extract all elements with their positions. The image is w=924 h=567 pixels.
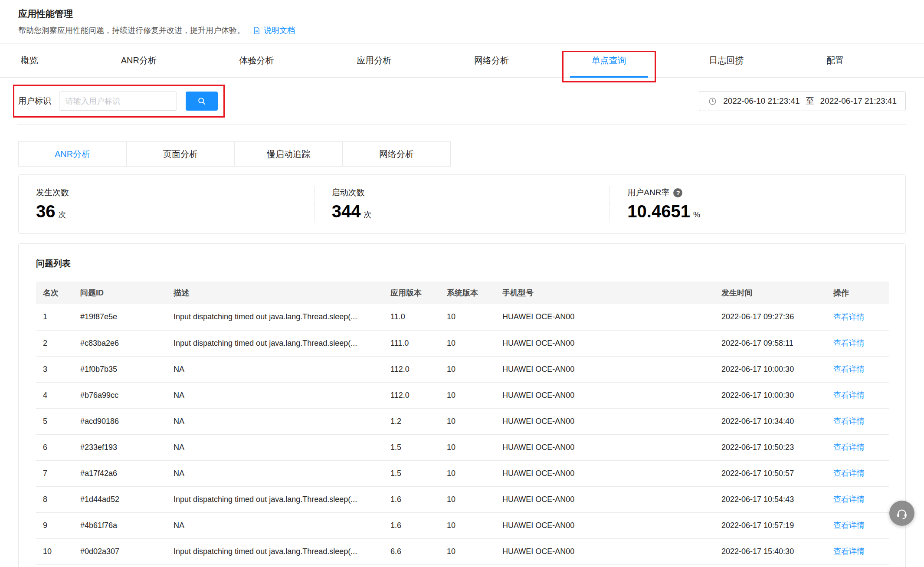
sub-tab-label: 页面分析 bbox=[163, 148, 198, 160]
user-id-label: 用户标识 bbox=[18, 95, 51, 107]
date-start: 2022-06-10 21:23:41 bbox=[723, 96, 799, 106]
view-details-link[interactable]: 查看详情 bbox=[833, 365, 865, 374]
cell-rank: 3 bbox=[36, 356, 73, 382]
sub-tab[interactable]: 慢启动追踪 bbox=[234, 141, 343, 167]
stat: 发生次数 36次 bbox=[19, 186, 314, 222]
main-tab-label: 应用分析 bbox=[357, 55, 391, 66]
cell-rank: 8 bbox=[36, 486, 73, 512]
column-header: 手机型号 bbox=[495, 282, 714, 304]
cell-action: 查看详情 bbox=[826, 486, 889, 512]
sub-tabs: ANR分析 页面分析 慢启动追踪 网络分析 bbox=[18, 141, 451, 167]
search-button[interactable] bbox=[186, 92, 218, 111]
view-details-link[interactable]: 查看详情 bbox=[833, 495, 865, 504]
cell-description: Input dispatching timed out java.lang.Th… bbox=[167, 538, 383, 564]
filter-row: 用户标识 2022-06-10 21:23:41 至 2022-06-17 21… bbox=[0, 78, 924, 125]
table-row: 1 #19f87e5e Input dispatching timed out … bbox=[36, 304, 889, 330]
table-row: 6 #233ef193 NA 1.5 10 HUAWEI OCE-AN00 20… bbox=[36, 434, 889, 460]
cell-app-version: 1.5 bbox=[383, 434, 440, 460]
cell-phone-model: HUAWEI OCE-AN00 bbox=[495, 538, 714, 564]
cell-action: 查看详情 bbox=[826, 304, 889, 330]
view-details-link[interactable]: 查看详情 bbox=[833, 469, 865, 478]
cell-phone-model: HUAWEI OCE-AN00 bbox=[495, 434, 714, 460]
cell-action: 查看详情 bbox=[826, 538, 889, 564]
sub-tab[interactable]: 页面分析 bbox=[126, 141, 235, 167]
cell-rank: 5 bbox=[36, 408, 73, 434]
cell-action: 查看详情 bbox=[826, 512, 889, 538]
cell-description: NA bbox=[167, 434, 383, 460]
main-tab[interactable]: 体验分析 bbox=[239, 44, 274, 77]
stat-label-row: 启动次数 bbox=[332, 187, 593, 198]
main-tab[interactable]: 概览 bbox=[21, 44, 38, 77]
stat-number: 10.4651 bbox=[627, 202, 690, 221]
column-header: 描述 bbox=[167, 282, 383, 304]
view-details-link[interactable]: 查看详情 bbox=[833, 521, 865, 530]
user-id-search-group: 用户标识 bbox=[18, 92, 218, 111]
main-tab[interactable]: 网络分析 bbox=[474, 44, 509, 77]
cell-description: Input dispatching timed out java.lang.Th… bbox=[167, 486, 383, 512]
cell-phone-model: HUAWEI OCE-AN00 bbox=[495, 512, 714, 538]
view-details-link[interactable]: 查看详情 bbox=[833, 391, 865, 400]
clock-icon bbox=[708, 97, 717, 106]
main-tab[interactable]: ANR分析 bbox=[121, 44, 157, 77]
headset-icon bbox=[895, 507, 908, 520]
cell-issue-id: #0d02a307 bbox=[73, 538, 167, 564]
column-header: 名次 bbox=[36, 282, 73, 304]
main-content: ANR分析 页面分析 慢启动追踪 网络分析 发生次数 36次 bbox=[0, 125, 924, 567]
main-tab[interactable]: 日志回捞 bbox=[709, 44, 744, 77]
page-subtitle: 帮助您洞察应用性能问题，持续进行修复并改进，提升用户体验。 bbox=[18, 25, 245, 36]
view-details-link[interactable]: 查看详情 bbox=[833, 339, 865, 347]
view-details-link[interactable]: 查看详情 bbox=[833, 443, 865, 452]
cell-occur-time: 2022-06-17 10:00:30 bbox=[714, 382, 826, 408]
page-subtitle-row: 帮助您洞察应用性能问题，持续进行修复并改进，提升用户体验。 说明文档 bbox=[18, 25, 906, 43]
stat-value: 10.4651% bbox=[627, 202, 888, 221]
stat-value: 344次 bbox=[332, 202, 593, 221]
cell-action: 查看详情 bbox=[826, 460, 889, 486]
column-header: 操作 bbox=[826, 282, 889, 304]
cell-occur-time: 2022-06-17 09:58:11 bbox=[714, 330, 826, 356]
cell-os-version: 10 bbox=[440, 512, 495, 538]
cell-app-version: 1.2 bbox=[383, 408, 440, 434]
cell-occur-time: 2022-06-17 10:57:19 bbox=[714, 512, 826, 538]
view-details-link[interactable]: 查看详情 bbox=[833, 417, 865, 426]
stats-card: 发生次数 36次 启动次数 344次 用 bbox=[18, 174, 906, 234]
cell-issue-id: #c83ba2e6 bbox=[73, 330, 167, 356]
cell-action: 查看详情 bbox=[826, 408, 889, 434]
main-tab[interactable]: 单点查询 bbox=[592, 44, 626, 77]
date-separator: 至 bbox=[806, 95, 814, 107]
cell-rank: 9 bbox=[36, 512, 73, 538]
view-details-link[interactable]: 查看详情 bbox=[833, 313, 865, 321]
cell-rank: 6 bbox=[36, 434, 73, 460]
doc-link[interactable]: 说明文档 bbox=[252, 25, 295, 36]
table-header-row: 名次问题ID描述应用版本系统版本手机型号发生时间操作 bbox=[36, 282, 889, 304]
view-details-link[interactable]: 查看详情 bbox=[833, 547, 865, 556]
stat-label: 启动次数 bbox=[332, 187, 365, 198]
date-range-picker[interactable]: 2022-06-10 21:23:41 至 2022-06-17 21:23:4… bbox=[699, 91, 906, 111]
support-button[interactable] bbox=[889, 501, 914, 526]
main-tab-label: ANR分析 bbox=[121, 55, 157, 66]
document-icon bbox=[252, 26, 261, 35]
table-row: 3 #1f0b7b35 NA 112.0 10 HUAWEI OCE-AN00 … bbox=[36, 356, 889, 382]
main-tab[interactable]: 应用分析 bbox=[357, 44, 391, 77]
table-row: 10 #0d02a307 Input dispatching timed out… bbox=[36, 538, 889, 564]
main-tab[interactable]: 配置 bbox=[826, 44, 844, 77]
column-header: 发生时间 bbox=[714, 282, 826, 304]
cell-app-version: 112.0 bbox=[383, 356, 440, 382]
table-row: 8 #1d44ad52 Input dispatching timed out … bbox=[36, 486, 889, 512]
help-icon[interactable]: ? bbox=[673, 188, 682, 197]
table-row: 5 #acd90186 NA 1.2 10 HUAWEI OCE-AN00 20… bbox=[36, 408, 889, 434]
user-id-input[interactable] bbox=[59, 92, 177, 111]
main-tab-label: 概览 bbox=[21, 55, 38, 66]
sub-tab[interactable]: 网络分析 bbox=[342, 141, 451, 167]
table-row: 7 #a17f42a6 NA 1.5 10 HUAWEI OCE-AN00 20… bbox=[36, 460, 889, 486]
cell-description: NA bbox=[167, 382, 383, 408]
cell-occur-time: 2022-06-17 10:34:40 bbox=[714, 408, 826, 434]
stat: 启动次数 344次 bbox=[314, 186, 610, 222]
cell-issue-id: #b76a99cc bbox=[73, 382, 167, 408]
cell-issue-id: #acd90186 bbox=[73, 408, 167, 434]
cell-app-version: 111.0 bbox=[383, 330, 440, 356]
sub-tab[interactable]: ANR分析 bbox=[18, 141, 127, 167]
cell-phone-model: HUAWEI OCE-AN00 bbox=[495, 382, 714, 408]
column-header: 系统版本 bbox=[440, 282, 495, 304]
table-row: 9 #4b61f76a NA 1.6 10 HUAWEI OCE-AN00 20… bbox=[36, 512, 889, 538]
cell-action: 查看详情 bbox=[826, 434, 889, 460]
